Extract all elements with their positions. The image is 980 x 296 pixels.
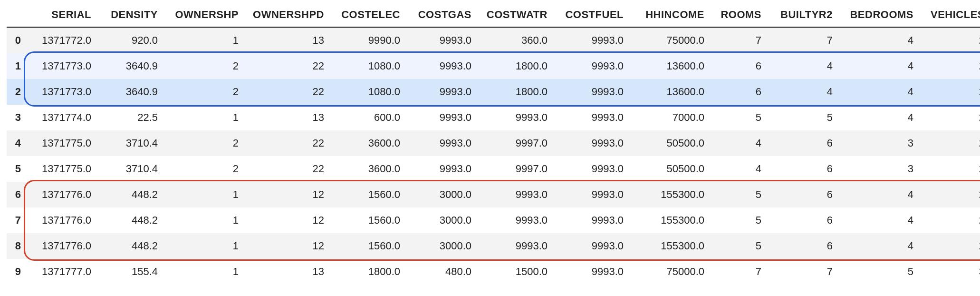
cell: 6	[767, 182, 838, 207]
cell: 155300.0	[629, 233, 710, 259]
cell: 4	[838, 182, 919, 207]
cell: 1371776.0	[26, 182, 97, 207]
cell: 13	[244, 259, 330, 285]
cell: 9993.0	[406, 27, 477, 53]
cell: 22	[244, 130, 330, 156]
cell: 3000.0	[406, 182, 477, 207]
cell: 1	[163, 233, 244, 259]
header-row: SERIAL DENSITY OWNERSHP OWNERSHPD COSTEL…	[7, 4, 980, 27]
cell: 1800.0	[477, 79, 553, 105]
cell: 7	[710, 27, 767, 53]
table-row: 81371776.0448.21121560.03000.09993.09993…	[7, 233, 980, 259]
cell: 6	[710, 79, 767, 105]
cell: 3710.4	[97, 156, 163, 182]
cell: 3000.0	[406, 207, 477, 233]
cell: 4	[838, 233, 919, 259]
cell: 2	[919, 156, 980, 182]
cell: 1371775.0	[26, 156, 97, 182]
cell: 360.0	[477, 27, 553, 53]
row-index: 6	[7, 182, 26, 207]
cell: 5	[838, 259, 919, 285]
cell: 1	[163, 105, 244, 130]
cell: 2	[163, 53, 244, 79]
cell: 1371774.0	[26, 105, 97, 130]
cell: 448.2	[97, 233, 163, 259]
cell: 9993.0	[406, 156, 477, 182]
cell: 2	[919, 233, 980, 259]
cell: 4	[767, 79, 838, 105]
cell: 3640.9	[97, 53, 163, 79]
cell: 4	[838, 27, 919, 53]
cell: 9997.0	[477, 156, 553, 182]
table-row: 61371776.0448.21121560.03000.09993.09993…	[7, 182, 980, 207]
cell: 3	[838, 130, 919, 156]
col-costgas: COSTGAS	[406, 4, 477, 27]
table-row: 51371775.03710.42223600.09993.09997.0999…	[7, 156, 980, 182]
cell: 9993.0	[406, 130, 477, 156]
cell: 6	[767, 156, 838, 182]
cell: 1371776.0	[26, 233, 97, 259]
col-costelec: COSTELEC	[330, 4, 406, 27]
cell: 3	[838, 156, 919, 182]
cell: 4	[838, 79, 919, 105]
col-rooms: ROOMS	[710, 4, 767, 27]
cell: 3710.4	[97, 130, 163, 156]
cell: 7000.0	[629, 105, 710, 130]
col-builtyr2: BUILTYR2	[767, 4, 838, 27]
cell: 13	[244, 105, 330, 130]
cell: 9993.0	[553, 53, 629, 79]
cell: 13600.0	[629, 53, 710, 79]
cell: 75000.0	[629, 259, 710, 285]
cell: 75000.0	[629, 27, 710, 53]
cell: 9993.0	[553, 207, 629, 233]
row-index: 5	[7, 156, 26, 182]
cell: 1800.0	[330, 259, 406, 285]
cell: 2	[163, 156, 244, 182]
cell: 2	[919, 27, 980, 53]
cell: 1371773.0	[26, 53, 97, 79]
cell: 9993.0	[477, 182, 553, 207]
cell: 22	[244, 156, 330, 182]
cell: 5	[710, 233, 767, 259]
cell: 6	[767, 233, 838, 259]
cell: 50500.0	[629, 156, 710, 182]
col-serial: SERIAL	[26, 4, 97, 27]
col-ownershp: OWNERSHP	[163, 4, 244, 27]
col-costwatr: COSTWATR	[477, 4, 553, 27]
cell: 600.0	[330, 105, 406, 130]
cell: 5	[710, 105, 767, 130]
cell: 9993.0	[553, 27, 629, 53]
cell: 22.5	[97, 105, 163, 130]
col-density: DENSITY	[97, 4, 163, 27]
cell: 1560.0	[330, 207, 406, 233]
cell: 3640.9	[97, 79, 163, 105]
cell: 1	[163, 259, 244, 285]
col-ownershpd: OWNERSHPD	[244, 4, 330, 27]
cell: 9997.0	[477, 130, 553, 156]
cell: 1371776.0	[26, 207, 97, 233]
cell: 2	[919, 53, 980, 79]
cell: 2	[919, 105, 980, 130]
cell: 9993.0	[406, 105, 477, 130]
cell: 12	[244, 233, 330, 259]
row-index: 1	[7, 53, 26, 79]
cell: 4	[838, 105, 919, 130]
cell: 1080.0	[330, 79, 406, 105]
cell: 9993.0	[553, 156, 629, 182]
cell: 12	[244, 182, 330, 207]
table-row: 01371772.0920.01139990.09993.0360.09993.…	[7, 27, 980, 53]
cell: 7	[710, 259, 767, 285]
cell: 4	[710, 130, 767, 156]
col-index	[7, 4, 26, 27]
cell: 3600.0	[330, 156, 406, 182]
col-costfuel: COSTFUEL	[553, 4, 629, 27]
row-index: 3	[7, 105, 26, 130]
cell: 1371773.0	[26, 79, 97, 105]
cell: 2	[919, 207, 980, 233]
cell: 155.4	[97, 259, 163, 285]
cell: 1080.0	[330, 53, 406, 79]
cell: 9993.0	[553, 130, 629, 156]
cell: 2	[919, 79, 980, 105]
col-bedrooms: BEDROOMS	[838, 4, 919, 27]
cell: 9993.0	[406, 79, 477, 105]
